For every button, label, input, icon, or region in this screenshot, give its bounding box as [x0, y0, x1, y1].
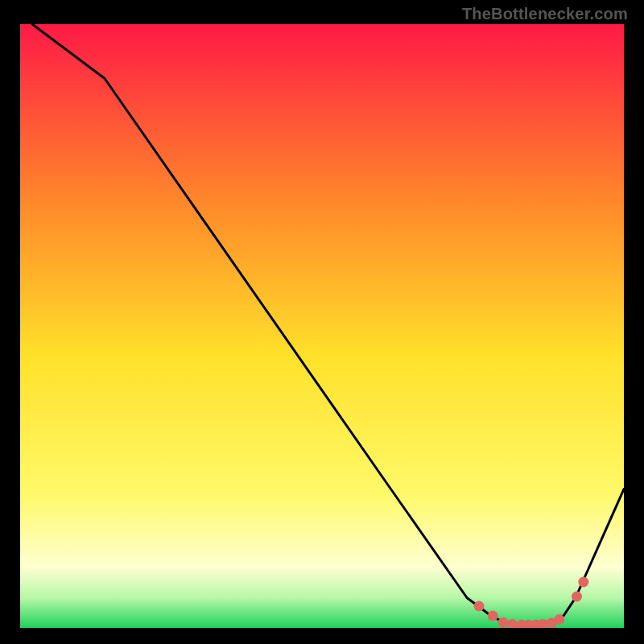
- marker-dot: [498, 617, 509, 628]
- marker-dot: [554, 614, 564, 625]
- chart-plot-area: [20, 24, 624, 628]
- chart-stage: TheBottlenecker.com: [0, 0, 644, 644]
- marker-dot: [578, 577, 588, 588]
- brand-watermark: TheBottlenecker.com: [462, 5, 628, 23]
- chart-background-gradient: [20, 24, 624, 628]
- marker-dot: [488, 611, 498, 621]
- marker-dot: [474, 601, 485, 612]
- chart-svg: [20, 24, 624, 628]
- marker-dot: [572, 592, 582, 602]
